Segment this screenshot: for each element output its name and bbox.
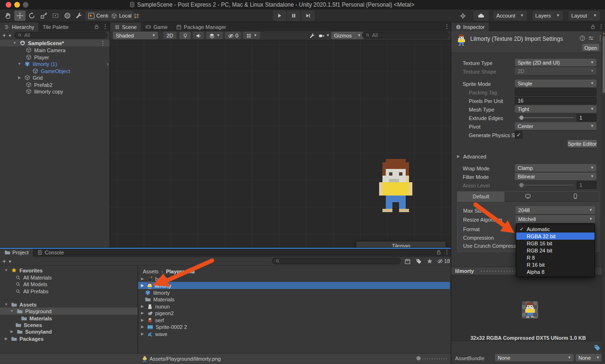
sprite-mode-dropdown[interactable]: Single▼ [515,80,596,87]
texture-shape-dropdown[interactable]: 2D▼ [515,67,596,75]
breadcrumb-root[interactable]: Assets [143,269,158,274]
hierarchy-item[interactable]: Prefab2 [26,81,53,88]
custom-tools-button[interactable] [74,10,85,21]
hierarchy-item[interactable]: ▶Grid [17,74,43,81]
slider-knob[interactable] [519,115,524,120]
audio-toggle-button[interactable] [193,32,204,39]
slider-knob[interactable] [519,183,524,187]
rotate-tool-button[interactable] [26,10,37,21]
foldout-closed-icon[interactable]: ▶ [9,330,14,334]
transform-tool-button[interactable] [62,10,73,21]
foldout-closed-icon[interactable]: ▶ [17,76,22,80]
tab-inspector[interactable]: Inspector [451,22,489,31]
lock-icon[interactable] [93,24,100,30]
rect-tool-button[interactable] [50,10,61,21]
panel-menu-icon[interactable]: ⋮ [444,24,450,29]
favorites-all-prefabs[interactable]: All Prefabs [15,288,48,295]
minimize-window-button[interactable] [14,2,20,8]
tab-console[interactable]: Console [33,248,68,257]
panel-menu-icon[interactable]: ⋮ [444,249,450,255]
lighting-toggle-button[interactable] [179,32,191,39]
asset-row[interactable]: ▶serf [140,317,164,324]
pause-button[interactable] [287,10,300,21]
hierarchy-item-child[interactable]: GameObject [32,67,70,75]
move-tool-button[interactable] [14,10,26,21]
asset-row[interactable]: ▶nunun [140,303,170,310]
format-menu-item[interactable]: R 8 [516,254,595,261]
scene-viewport[interactable]: Tilemap Focus On None▼ [110,40,451,248]
max-size-dropdown[interactable]: 2048▼ [515,206,595,214]
foldout-open-icon[interactable]: ▼ [17,62,22,66]
platform-tab-default[interactable]: Default [457,192,504,202]
sunnyland-folder[interactable]: ▶Sunnyland [9,328,52,335]
tab-package-manager[interactable]: Package Manager [172,22,230,31]
assets-folder[interactable]: ▼Assets [4,301,37,308]
sprite-editor-button[interactable]: Sprite Editor [568,140,597,148]
wrap-mode-dropdown[interactable]: Clamp▼ [515,164,596,172]
mesh-type-dropdown[interactable]: Tight▼ [515,105,596,113]
texture-type-dropdown[interactable]: Sprite (2D and UI)▼ [515,59,596,66]
search-by-type-icon[interactable] [404,258,411,265]
gizmos-dropdown[interactable]: Gizmos▼ [331,32,363,39]
hand-tool-button[interactable] [2,10,14,21]
format-menu-item[interactable]: ✓Automatic [516,225,595,233]
lilmorty-sprite[interactable] [376,159,416,212]
extrude-edges-field[interactable]: 1 [577,114,596,121]
format-menu-item[interactable]: R 16 bit [516,261,595,268]
generate-physics-checkbox[interactable]: ✓ [515,131,522,139]
foldout-open-icon[interactable]: ▼ [4,269,9,272]
inspector-scrollbar[interactable]: ▲ [602,31,605,364]
breadcrumb-current[interactable]: Playground [166,269,195,274]
cloud-collab-button[interactable] [474,10,489,21]
zoom-window-button[interactable] [23,2,28,8]
format-menu-item[interactable]: RGB 24 bit [516,247,595,254]
effects-toggle-button[interactable]: ▼ [206,32,223,39]
hierarchy-search[interactable] [14,32,107,38]
tab-tile-palette[interactable]: Tile Palette [38,22,73,31]
tab-game[interactable]: Game [141,22,172,31]
scroll-up-icon[interactable]: ▲ [602,32,605,35]
asset-row[interactable]: ▶pigeon2 [140,309,174,317]
scene-search[interactable] [362,32,449,38]
scene-search-input[interactable] [372,32,446,38]
advanced-foldout[interactable]: ▶Advanced [456,153,486,160]
project-search[interactable] [272,258,401,264]
lock-icon[interactable] [590,24,596,30]
chevron-down-icon[interactable]: ▼ [8,260,12,264]
debug-target-button[interactable] [457,10,468,21]
draw-mode-dropdown[interactable]: Shaded▼ [113,32,158,39]
account-dropdown[interactable]: Account▼ [493,11,527,20]
format-menu-item-highlighted[interactable]: RGBA 32 bit [516,233,595,240]
panel-splitter[interactable] [110,22,110,248]
layout-dropdown[interactable]: Layout▼ [568,11,600,20]
scale-tool-button[interactable] [38,10,49,21]
presets-icon[interactable] [588,35,594,41]
aniso-level-field[interactable]: 1 [577,181,596,189]
layers-dropdown[interactable]: Layers▼ [532,11,563,20]
aniso-level-slider[interactable] [518,185,574,186]
hierarchy-item[interactable]: Main Camera [26,47,65,54]
hidden-objects-button[interactable]: 0 [225,32,241,39]
asset-row[interactable]: Materials [145,296,175,303]
tab-project[interactable]: Project [0,248,33,257]
prefab-open-chevron-icon[interactable]: › [107,61,109,67]
favorites-all-materials[interactable]: All Materials [15,274,52,281]
foldout-open-icon[interactable]: ▼ [4,303,9,307]
tab-scene[interactable]: Scene [110,22,141,31]
foldout-closed-icon[interactable]: ▶ [140,277,145,281]
foldout-open-icon[interactable]: ▼ [9,309,14,313]
foldout-closed-icon[interactable]: ▶ [140,325,145,329]
2d-toggle-button[interactable]: 2D [163,32,177,39]
scenes-folder[interactable]: Scenes [15,321,42,328]
packing-tag-field[interactable] [515,88,596,96]
hierarchy-item[interactable]: lilmorty copy [26,88,63,95]
packages-folder[interactable]: ▶Packages [4,335,44,342]
eye-off-icon[interactable] [437,258,443,264]
pixels-per-unit-field[interactable]: 16 [515,97,596,104]
platform-tab-standalone[interactable] [504,192,551,202]
scene-row[interactable]: ▼ SampleScene* ⋮ [0,39,110,47]
chevron-down-icon[interactable]: ▼ [8,34,12,38]
open-button[interactable]: Open [582,44,599,51]
tab-hierarchy[interactable]: Hierarchy [0,22,38,31]
extrude-edges-slider[interactable] [518,117,574,118]
